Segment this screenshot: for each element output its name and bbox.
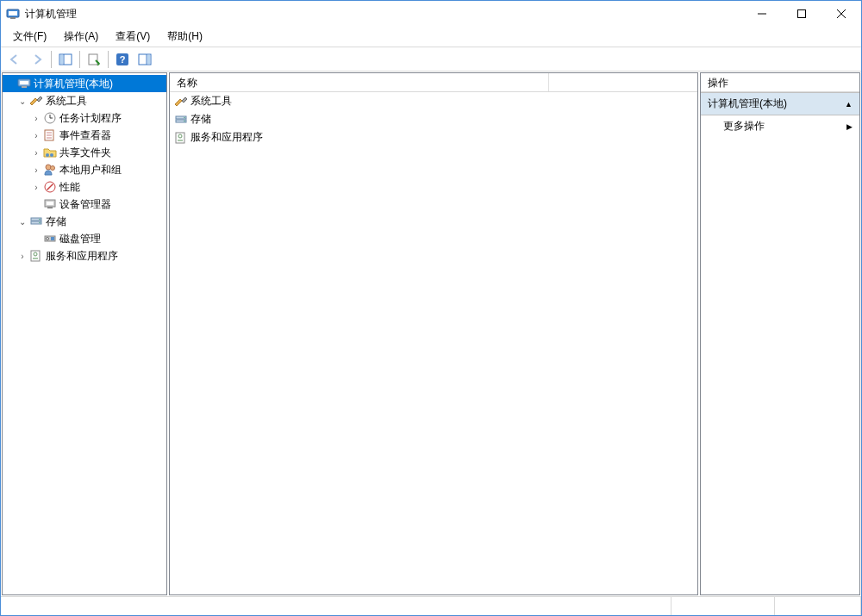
help-button[interactable]: ? <box>112 50 133 69</box>
menu-file[interactable]: 文件(F) <box>4 27 55 47</box>
svg-point-47 <box>184 116 185 118</box>
action-node-label: 计算机管理(本地) <box>708 96 787 111</box>
collapse-icon: ▲ <box>845 100 853 109</box>
forward-button[interactable] <box>27 50 47 69</box>
svg-rect-44 <box>33 258 38 259</box>
computer-icon <box>17 77 31 90</box>
close-button[interactable] <box>821 1 861 27</box>
svg-rect-9 <box>60 55 63 64</box>
svg-point-27 <box>50 153 53 157</box>
tools-icon <box>174 95 188 109</box>
window-title: 计算机管理 <box>25 7 742 22</box>
tree-node-label: 服务和应用程序 <box>46 249 118 264</box>
status-cell <box>1 597 671 615</box>
tree-device-manager[interactable]: 设备管理器 <box>3 196 166 213</box>
titlebar: 计算机管理 <box>1 1 861 27</box>
tree-node-label: 设备管理器 <box>59 197 111 212</box>
menu-view[interactable]: 查看(V) <box>107 27 159 47</box>
tree-panel: 计算机管理(本地) ⌄ 系统工具 › 任务计划程序 <box>2 72 167 595</box>
list-item-label: 系统工具 <box>191 94 232 109</box>
tree-node-label: 计算机管理(本地) <box>34 77 113 91</box>
event-log-icon <box>43 128 57 142</box>
column-name[interactable]: 名称 <box>170 73 549 91</box>
expander-icon[interactable]: › <box>30 165 42 175</box>
expander-icon[interactable]: › <box>30 183 42 192</box>
shared-folder-icon <box>43 146 57 159</box>
expander-icon[interactable]: › <box>30 131 42 140</box>
list-panel: 名称 系统工具 存储 <box>169 72 698 595</box>
expander-icon[interactable]: ⌄ <box>16 217 28 227</box>
console-tree: 计算机管理(本地) ⌄ 系统工具 › 任务计划程序 <box>3 73 166 594</box>
expander-icon[interactable]: › <box>16 252 28 261</box>
menu-help[interactable]: 帮助(H) <box>159 27 211 47</box>
list-item[interactable]: 存储 <box>170 110 697 128</box>
tree-node-label: 系统工具 <box>46 94 87 109</box>
device-icon <box>43 197 57 211</box>
toolbar: ? <box>1 47 861 72</box>
list-item-label: 服务和应用程序 <box>191 130 263 145</box>
menu-action[interactable]: 操作(A) <box>55 27 107 47</box>
svg-rect-33 <box>47 202 53 205</box>
svg-point-37 <box>39 219 41 221</box>
svg-point-28 <box>46 165 51 170</box>
svg-rect-18 <box>22 86 27 88</box>
svg-point-29 <box>51 166 55 171</box>
svg-point-38 <box>39 222 41 224</box>
show-hide-action-pane-button[interactable] <box>134 50 155 69</box>
users-icon <box>43 163 57 177</box>
tree-services-apps[interactable]: › 服务和应用程序 <box>3 247 166 264</box>
statusbar <box>1 596 861 615</box>
tree-node-label: 共享文件夹 <box>59 146 111 160</box>
tree-node-label: 存储 <box>46 215 66 229</box>
expander-icon[interactable]: ⌄ <box>16 96 28 106</box>
status-cell <box>775 597 861 615</box>
status-cell <box>671 597 775 615</box>
svg-text:?: ? <box>120 54 126 65</box>
actions-header: 操作 <box>701 73 859 92</box>
properties-button[interactable] <box>84 50 104 69</box>
svg-point-26 <box>46 153 49 157</box>
app-icon <box>6 7 20 21</box>
tools-icon <box>29 94 43 108</box>
list-header: 名称 <box>170 73 697 92</box>
action-more[interactable]: 更多操作 ▶ <box>701 115 859 137</box>
tree-node-label: 磁盘管理 <box>59 232 101 246</box>
window-frame: 计算机管理 文件(F) 操作(A) 查看(V) 帮助(H) <box>0 0 862 616</box>
tree-shared-folders[interactable]: › 共享文件夹 <box>3 144 166 161</box>
tree-node-label: 性能 <box>59 180 80 195</box>
tree-task-scheduler[interactable]: › 任务计划程序 <box>3 109 166 127</box>
toolbar-separator <box>108 51 109 68</box>
tree-system-tools[interactable]: ⌄ 系统工具 <box>3 92 166 109</box>
menubar: 文件(F) 操作(A) 查看(V) 帮助(H) <box>1 27 861 47</box>
svg-rect-41 <box>51 237 54 240</box>
expander-icon[interactable]: › <box>30 114 42 123</box>
tree-performance[interactable]: › 性能 <box>3 178 166 196</box>
actions-panel: 操作 计算机管理(本地) ▲ 更多操作 ▶ <box>700 72 860 595</box>
list-item-label: 存储 <box>191 112 211 127</box>
svg-rect-51 <box>178 140 183 141</box>
column-blank[interactable] <box>549 73 697 91</box>
chevron-right-icon: ▶ <box>846 122 853 131</box>
svg-rect-4 <box>798 10 806 18</box>
expander-icon[interactable]: › <box>30 148 42 158</box>
list-item[interactable]: 服务和应用程序 <box>170 128 697 146</box>
back-button[interactable] <box>4 50 25 69</box>
action-node-title[interactable]: 计算机管理(本地) ▲ <box>701 92 859 115</box>
list-body: 系统工具 存储 服务和应用程序 <box>170 92 697 594</box>
show-hide-tree-button[interactable] <box>55 50 76 69</box>
clock-icon <box>43 111 57 125</box>
performance-icon <box>43 180 57 194</box>
tree-disk-management[interactable]: 磁盘管理 <box>3 230 166 247</box>
action-item-label: 更多操作 <box>723 119 765 134</box>
tree-node-label: 本地用户和组 <box>59 163 122 177</box>
svg-rect-17 <box>20 81 28 84</box>
tree-storage[interactable]: ⌄ 存储 <box>3 213 166 230</box>
tree-local-users[interactable]: › 本地用户和组 <box>3 161 166 178</box>
tree-root[interactable]: 计算机管理(本地) <box>3 75 166 92</box>
list-item[interactable]: 系统工具 <box>170 92 697 110</box>
minimize-button[interactable] <box>742 1 782 27</box>
svg-rect-1 <box>9 11 17 16</box>
tree-event-viewer[interactable]: › 事件查看器 <box>3 127 166 144</box>
maximize-button[interactable] <box>782 1 821 27</box>
disk-icon <box>43 232 57 246</box>
